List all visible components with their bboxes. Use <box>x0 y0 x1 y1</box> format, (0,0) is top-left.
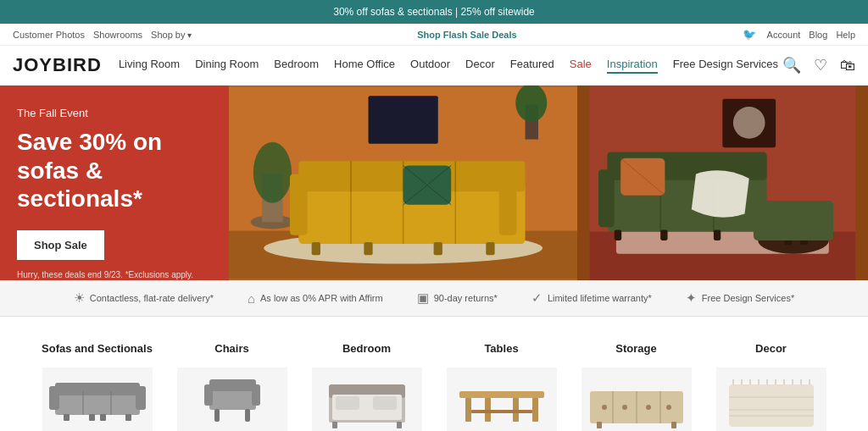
feature-returns: ▣ 90-day returns* <box>417 290 498 306</box>
category-decor-image <box>716 363 826 431</box>
svg-rect-42 <box>714 229 721 240</box>
svg-point-85 <box>646 405 651 410</box>
svg-rect-25 <box>369 96 438 144</box>
feature-design: ✦ Free Design Services* <box>686 290 794 306</box>
svg-rect-60 <box>252 384 260 406</box>
svg-rect-15 <box>499 174 517 235</box>
design-icon: ✦ <box>686 290 697 306</box>
svg-rect-61 <box>214 409 220 422</box>
account-link[interactable]: Account <box>767 30 801 40</box>
category-sofas-label: Sofas and Sectionals <box>42 342 153 355</box>
feature-returns-text: 90-day returns* <box>434 293 498 303</box>
svg-point-86 <box>666 405 671 410</box>
hero-heading: Save 30% on sofas & sectionals* <box>17 128 212 213</box>
nav-free-design[interactable]: Free Design Services <box>673 58 778 74</box>
category-bedroom-label: Bedroom <box>342 342 391 355</box>
svg-rect-90 <box>729 384 814 427</box>
svg-point-83 <box>602 405 607 410</box>
hero-section: The Fall Event Save 30% on sofas & secti… <box>0 86 868 280</box>
hero-side-image <box>577 86 868 280</box>
shop-by-dropdown[interactable]: Shop by <box>151 30 192 40</box>
svg-point-84 <box>622 405 627 410</box>
event-label: The Fall Event <box>17 107 212 119</box>
category-storage-label: Storage <box>615 342 656 355</box>
chairs-thumbnail <box>177 367 287 431</box>
feature-affirm-text: As low as 0% APR with Affirm <box>260 293 383 303</box>
svg-rect-52 <box>64 414 70 421</box>
svg-rect-18 <box>434 242 442 255</box>
nav-links: Living Room Dining Room Bedroom Home Off… <box>114 58 782 74</box>
shop-sale-button[interactable]: Shop Sale <box>17 230 104 260</box>
svg-rect-49 <box>136 386 146 410</box>
category-storage[interactable]: Storage <box>573 342 699 431</box>
showrooms-link[interactable]: Showrooms <box>93 30 142 40</box>
svg-rect-88 <box>671 422 676 428</box>
nav-featured[interactable]: Featured <box>510 58 554 74</box>
svg-rect-41 <box>660 229 667 240</box>
svg-rect-47 <box>55 383 140 395</box>
flash-sale-link[interactable]: Shop Flash Sale Deals <box>417 30 516 40</box>
hero-images <box>229 86 868 280</box>
svg-rect-67 <box>336 396 359 410</box>
banner-text: 30% off sofas & sectionals | 25% off sit… <box>333 6 534 18</box>
nav-sale[interactable]: Sale <box>570 58 592 74</box>
cart-icon[interactable]: 🛍 <box>840 57 855 75</box>
wishlist-icon[interactable]: ♡ <box>814 56 827 75</box>
category-chairs-label: Chairs <box>214 342 248 355</box>
category-sofas[interactable]: Sofas and Sectionals <box>34 342 160 431</box>
tables-thumbnail <box>447 367 557 431</box>
secondary-nav: Customer Photos Showrooms Shop by Shop F… <box>0 24 868 46</box>
help-link[interactable]: Help <box>836 30 855 40</box>
nav-bedroom[interactable]: Bedroom <box>274 58 319 74</box>
svg-rect-17 <box>364 242 372 255</box>
svg-rect-14 <box>290 174 308 235</box>
nav-dining-room[interactable]: Dining Room <box>195 58 259 74</box>
hero-main-image <box>229 86 577 280</box>
category-chairs[interactable]: Chairs <box>169 342 295 431</box>
svg-rect-72 <box>459 391 544 398</box>
category-tables[interactable]: Tables <box>438 342 565 431</box>
svg-rect-58 <box>209 379 256 391</box>
svg-rect-68 <box>373 396 397 410</box>
svg-rect-16 <box>312 242 320 255</box>
feature-delivery-text: Contactless, flat-rate delivery* <box>90 293 214 303</box>
category-decor[interactable]: Decor <box>708 342 834 431</box>
svg-rect-19 <box>486 242 494 255</box>
category-storage-image <box>581 363 692 431</box>
nav-home-office[interactable]: Home Office <box>334 58 395 74</box>
svg-rect-54 <box>100 414 106 421</box>
customer-photos-link[interactable]: Customer Photos <box>13 30 85 40</box>
svg-rect-70 <box>397 422 402 428</box>
search-icon[interactable]: 🔍 <box>782 56 801 75</box>
category-bedroom-image <box>312 363 422 431</box>
nav-decor[interactable]: Decor <box>465 58 495 74</box>
nav-outdoor[interactable]: Outdoor <box>410 58 450 74</box>
svg-rect-76 <box>532 398 538 422</box>
svg-rect-48 <box>49 386 59 410</box>
bird-icon: 🐦 <box>743 28 756 41</box>
hero-disclaimer: Hurry, these deals end 9/23. *Exclusions… <box>17 270 212 279</box>
feature-warranty: ✓ Limited lifetime warranty* <box>531 290 652 306</box>
svg-rect-69 <box>332 422 337 428</box>
nav-living-room[interactable]: Living Room <box>119 58 180 74</box>
yellow-sofa-svg <box>229 86 577 280</box>
svg-rect-62 <box>245 409 250 422</box>
category-decor-label: Decor <box>755 342 787 355</box>
svg-rect-34 <box>754 201 833 240</box>
svg-rect-87 <box>597 422 602 428</box>
bedroom-thumbnail <box>312 367 422 431</box>
svg-rect-40 <box>615 229 621 240</box>
feature-warranty-text: Limited lifetime warranty* <box>548 293 652 303</box>
blog-link[interactable]: Blog <box>809 30 827 40</box>
nav-inspiration[interactable]: Inspiration <box>607 58 658 74</box>
feature-affirm: ⌂ As low as 0% APR with Affirm <box>248 290 383 306</box>
green-sofa-svg <box>577 86 868 280</box>
svg-rect-55 <box>125 414 131 421</box>
decor-thumbnail <box>716 367 826 431</box>
main-nav: JOYBIRD Living Room Dining Room Bedroom … <box>0 46 868 86</box>
category-bedroom[interactable]: Bedroom <box>303 342 430 431</box>
svg-rect-35 <box>598 169 615 227</box>
affirm-icon: ⌂ <box>248 291 255 306</box>
returns-icon: ▣ <box>417 290 429 306</box>
logo[interactable]: JOYBIRD <box>13 54 114 76</box>
